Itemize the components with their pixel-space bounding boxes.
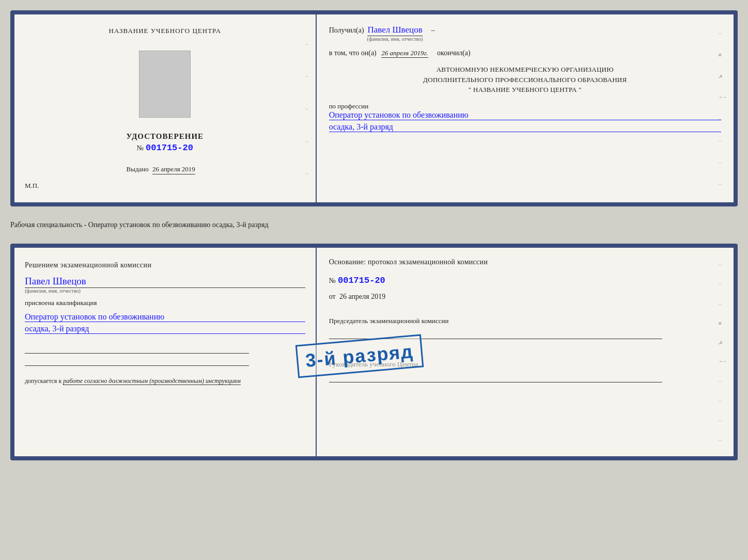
cert2-допускается-label: допускается к [25,377,61,385]
cert2-date-line: от 26 апреля 2019 [329,293,721,301]
cert2-sig-lines [25,343,305,366]
cert1-title: УДОСТОВЕРЕНИЕ [127,132,204,141]
cert1-org-name: НАЗВАНИЕ УЧЕБНОГО ЦЕНТРА [109,27,221,35]
cert2-protocol-label: № [329,277,336,284]
cert1-right-panel: Получил(а) Павел Швецов (фамилия, имя, о… [317,14,734,202]
page-container: НАЗВАНИЕ УЧЕБНОГО ЦЕНТРА УДОСТОВЕРЕНИЕ №… [10,10,738,460]
cert1-issued: Выдано 26 апреля 2019 [127,165,204,174]
cert2-director-sig [329,372,662,382]
cert1-org-line1: АВТОНОМНУЮ НЕКОММЕРЧЕСКУЮ ОРГАНИЗАЦИЮ [329,65,721,75]
cert2-qual-name: Оператор установок по обезвоживанию [25,312,305,322]
cert2-qual-rank: осадка, 3-й разряд [25,324,305,334]
cert2-chairman-block: Председатель экзаменационной комиссии [329,316,721,339]
certificate-2: Решением экзаменационной комиссии Павел … [10,244,738,460]
certificate-1: НАЗВАНИЕ УЧЕБНОГО ЦЕНТРА УДОСТОВЕРЕНИЕ №… [10,10,738,206]
cert2-date-value: 26 апреля 2019 [339,293,385,300]
cert2-assigned-label: присвоена квалификация [25,299,305,307]
cert2-protocol-number: 001715-20 [338,276,385,285]
cert1-issued-date: 26 апреля 2019 [152,165,195,174]
cert1-issued-label: Выдано [127,165,149,173]
cert1-date-suffix: окончил(а) [437,49,471,57]
cert1-mp: М.П. [25,182,39,190]
cert2-stamp-text: 3-й разряд [305,341,415,371]
cert1-org-block: АВТОНОМНУЮ НЕКОММЕРЧЕСКУЮ ОРГАНИЗАЦИЮ ДО… [329,65,721,95]
cert1-org-line2: ДОПОЛНИТЕЛЬНОГО ПРОФЕССИОНАЛЬНОГО ОБРАЗО… [329,75,721,85]
photo-placeholder [139,51,191,118]
cert1-person-name: Павел Швецов [367,25,422,36]
cert2-person-name: Павел Швецов [25,276,305,288]
cert2-date-prefix: от [329,293,336,300]
cert1-left-panel: НАЗВАНИЕ УЧЕБНОГО ЦЕНТРА УДОСТОВЕРЕНИЕ №… [14,14,317,202]
cert1-date-line: в том, что он(а) 26 апреля 2019г. окончи… [329,49,721,57]
cert1-dashes: – – – – – [305,14,308,202]
cert1-date-value: 26 апреля 2019г. [381,49,428,58]
cert1-received-line: Получил(а) Павел Швецов (фамилия, имя, о… [329,25,721,42]
cert2-decision-title: Решением экзаменационной комиссии [25,260,305,270]
cert2-basis-title: Основание: протокол экзаменационной коми… [329,258,721,266]
cert1-name-subtitle: (фамилия, имя, отчество) [367,36,423,42]
cert2-допускается-value: работе согласно должностным (производств… [63,377,241,385]
cert2-допускается-block: допускается к работе согласно должностны… [25,376,305,386]
cert2-person-subtitle: (фамилия, имя, отчество) [25,288,305,294]
cert1-org-line3: " НАЗВАНИЕ УЧЕБНОГО ЦЕНТРА " [329,85,721,95]
cert1-profession-label: по профессии [329,102,721,110]
cert1-number-label: № [137,144,144,152]
cert1-profession-rank: осадка, 3-й разряд [329,122,721,132]
cert1-profession-name: Оператор установок по обезвоживанию [329,110,721,120]
cert1-profession-block: по профессии Оператор установок по обезв… [329,102,721,132]
cert2-left-panel: Решением экзаменационной комиссии Павел … [14,248,317,456]
separator-text: Рабочая специальность - Оператор установ… [10,217,738,233]
cert2-sig-line-2 [25,356,249,366]
cert2-sig-line-1 [25,343,249,354]
cert2-chairman-label: Председатель экзаменационной комиссии [329,316,721,326]
cert1-date-prefix: в том, что он(а) [329,49,377,57]
cert2-protocol-line: № 001715-20 [329,276,721,285]
cert1-title-block: УДОСТОВЕРЕНИЕ № 001715-20 [127,132,204,153]
cert1-number: 001715-20 [146,143,193,153]
cert2-person-block: Павел Швецов (фамилия, имя, отчество) [25,276,305,294]
cert1-received-prefix: Получил(а) [329,26,364,35]
cert2-qual-block: Оператор установок по обезвоживанию осад… [25,312,305,334]
